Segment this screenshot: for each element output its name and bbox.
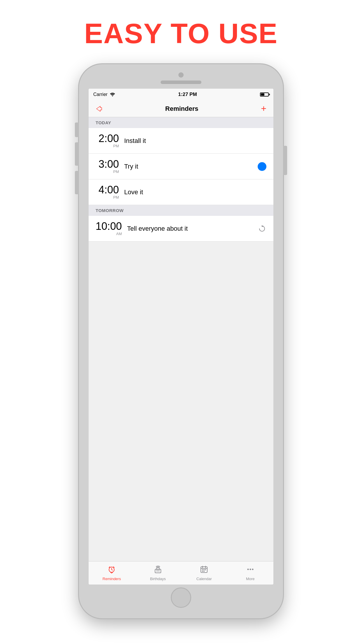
power-button [283, 146, 287, 175]
svg-point-19 [247, 568, 249, 570]
alarm-icon [108, 565, 116, 575]
time-block: 10:00 AM [96, 221, 122, 236]
svg-rect-18 [203, 571, 205, 572]
time-hour: 4:00 [99, 185, 119, 195]
more-icon [246, 565, 254, 575]
time-period: PM [113, 169, 119, 174]
time-block: 3:00 PM [96, 159, 119, 174]
tomorrow-section-header: TOMORROW [89, 205, 273, 216]
time-block: 2:00 PM [96, 133, 119, 148]
side-buttons-left [75, 123, 79, 194]
time-period: AM [116, 232, 122, 236]
repeat-icon [258, 224, 266, 233]
time-hour: 2:00 [99, 133, 119, 144]
side-buttons-right [283, 146, 287, 175]
tab-reminders[interactable]: Reminders [89, 565, 135, 581]
reminder-text: Try it [124, 163, 252, 170]
status-bar: Carrier 1:27 PM [89, 89, 273, 100]
time-period: PM [113, 195, 119, 200]
tab-birthdays[interactable]: Birthdays [135, 565, 181, 581]
svg-point-6 [159, 566, 160, 567]
reminder-text: Love it [124, 188, 266, 196]
phone-screen: Carrier 1:27 PM [89, 89, 273, 584]
tomorrow-label: TOMORROW [96, 208, 124, 213]
tab-calendar-label: Calendar [196, 577, 212, 581]
time-hour: 10:00 [96, 221, 122, 232]
carrier-label: Carrier [93, 92, 108, 97]
reminder-row[interactable]: 2:00 PM Install it [89, 128, 273, 154]
status-right [260, 92, 269, 97]
svg-rect-17 [202, 571, 203, 572]
tab-calendar[interactable]: Calendar [181, 565, 227, 581]
reminder-row[interactable]: 10:00 AM Tell everyone about it [89, 216, 273, 242]
status-time: 1:27 PM [178, 92, 197, 97]
nav-bar: Reminders + [89, 100, 273, 117]
nav-title: Reminders [165, 105, 198, 113]
svg-point-0 [112, 96, 113, 97]
phone-frame: Carrier 1:27 PM [79, 64, 283, 618]
time-block: 4:00 PM [96, 185, 119, 200]
content-area: TODAY 2:00 PM Install it 3:00 PM Try it [89, 117, 273, 561]
home-button[interactable] [171, 587, 191, 608]
tab-more-label: More [246, 577, 255, 581]
wifi-icon [110, 92, 115, 97]
battery-icon [260, 92, 269, 97]
svg-marker-1 [96, 106, 102, 111]
birthdays-icon [154, 565, 162, 575]
calendar-icon [200, 565, 208, 575]
time-period: PM [113, 144, 119, 148]
empty-content [89, 242, 273, 561]
phone-bottom [171, 584, 191, 616]
tab-reminders-label: Reminders [103, 577, 121, 581]
today-label: TODAY [96, 120, 111, 125]
svg-point-21 [252, 568, 253, 570]
battery-fill [261, 93, 264, 96]
phone-speaker [161, 80, 201, 84]
tab-bar: Reminders Birthdays [89, 561, 273, 584]
add-reminder-button[interactable]: + [261, 103, 266, 114]
volume-up-button [75, 142, 79, 166]
tab-birthdays-label: Birthdays [150, 577, 166, 581]
notification-badge [258, 162, 266, 171]
time-hour: 3:00 [99, 159, 119, 169]
reminder-text: Tell everyone about it [127, 225, 252, 232]
svg-rect-14 [202, 569, 203, 570]
silent-button [75, 123, 79, 137]
page-title: EASY TO USE [84, 18, 278, 50]
volume-down-button [75, 171, 79, 194]
reminder-row[interactable]: 4:00 PM Love it [89, 179, 273, 205]
svg-rect-15 [203, 569, 205, 570]
svg-point-20 [249, 568, 251, 570]
status-left: Carrier [93, 92, 115, 97]
nav-back-icon[interactable] [96, 105, 103, 112]
phone-top [79, 64, 283, 89]
front-camera [178, 72, 184, 78]
tab-more[interactable]: More [227, 565, 274, 581]
reminder-row[interactable]: 3:00 PM Try it [89, 154, 273, 179]
today-section-header: TODAY [89, 117, 273, 128]
reminder-text: Install it [124, 137, 266, 145]
svg-rect-16 [205, 569, 206, 570]
